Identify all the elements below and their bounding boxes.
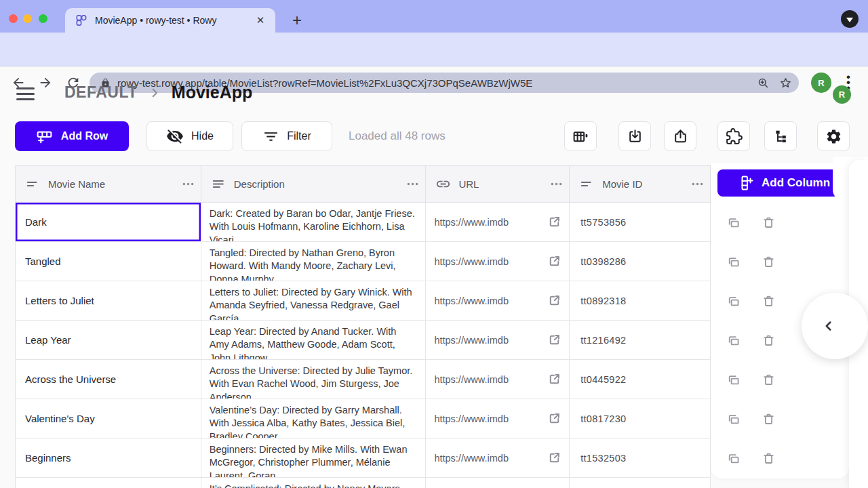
cell-movie-id[interactable]: tt1532503 (570, 439, 711, 478)
external-link-icon[interactable] (547, 371, 562, 387)
cell-movie-id[interactable]: tt0817230 (570, 399, 711, 439)
export-button[interactable] (664, 121, 696, 151)
column-menu-icon[interactable] (181, 177, 195, 191)
add-row-button[interactable]: Add Row (15, 121, 129, 151)
cell-description[interactable]: Tangled: Directed by Nathan Greno, Byron… (201, 242, 427, 281)
cell-format-button[interactable] (564, 121, 597, 151)
new-tab-button[interactable]: + (286, 9, 308, 31)
delete-row-icon[interactable] (761, 451, 776, 466)
import-button[interactable] (618, 121, 651, 151)
add-column-label: Add Column (762, 176, 830, 190)
tab-search-button[interactable] (841, 10, 859, 28)
delete-row-icon[interactable] (761, 215, 776, 230)
filter-icon (262, 128, 279, 145)
cell-url[interactable]: https://www.imdb (426, 399, 570, 439)
long-text-icon (211, 176, 226, 192)
window-minimize-button[interactable] (23, 14, 32, 23)
hide-columns-button[interactable]: Hide (146, 121, 233, 151)
external-link-icon[interactable] (547, 214, 562, 230)
menu-hamburger-icon[interactable] (16, 87, 35, 101)
duplicate-row-icon[interactable] (726, 451, 741, 466)
cell-url[interactable]: https://www.imdb (426, 242, 570, 281)
table-header-row: Movie Name Description URL Movie ID (16, 166, 711, 203)
cell-movie-name[interactable]: Leap Year (16, 321, 201, 360)
cell-description[interactable]: Leap Year: Directed by Anand Tucker. Wit… (201, 321, 427, 360)
tab-close-icon[interactable]: ✕ (254, 14, 267, 26)
window-zoom-button[interactable] (39, 14, 47, 23)
drawer-toggle-button[interactable] (802, 293, 868, 359)
table-row: It’s Complicated: Directed by Nancy Meye… (16, 478, 711, 488)
column-header-movie-name[interactable]: Movie Name (16, 166, 201, 203)
duplicate-row-icon[interactable] (726, 254, 741, 270)
external-link-icon[interactable] (547, 411, 562, 426)
table-row: Letters to Juliet Letters to Juliet: Dir… (16, 281, 711, 321)
cell-description[interactable]: Beginners: Directed by Mike Mills. With … (201, 439, 427, 478)
external-link-icon[interactable] (547, 293, 562, 308)
cell-url[interactable] (426, 478, 570, 488)
cell-description[interactable]: Across the Universe: Directed by Julie T… (201, 360, 427, 399)
cell-movie-name[interactable]: Letters to Juliet (16, 281, 201, 321)
cell-url[interactable]: https://www.imdb (426, 321, 570, 360)
cell-url[interactable]: https://www.imdb (426, 360, 570, 399)
cell-url[interactable]: https://www.imdb (426, 203, 570, 242)
loaded-rows-status: Loaded all 48 rows (349, 121, 446, 151)
cell-movie-id[interactable]: tt1216492 (570, 321, 711, 360)
cell-movie-id[interactable]: tt0398286 (570, 242, 711, 281)
cell-movie-name[interactable]: Dark (16, 203, 201, 242)
column-menu-icon[interactable] (690, 177, 705, 191)
chevron-down-icon (846, 18, 853, 22)
delete-row-icon[interactable] (761, 372, 776, 388)
cell-movie-name[interactable] (16, 478, 201, 488)
table-settings-button[interactable] (817, 121, 850, 151)
duplicate-row-icon[interactable] (726, 215, 741, 230)
delete-row-icon[interactable] (761, 333, 776, 348)
column-menu-icon[interactable] (406, 177, 420, 191)
rowy-logo-icon (75, 14, 88, 27)
short-text-icon (579, 176, 595, 192)
cell-movie-id[interactable]: tt0445922 (570, 360, 711, 399)
forward-icon[interactable] (38, 75, 53, 90)
cell-url[interactable]: https://www.imdb (426, 439, 570, 478)
cell-movie-id[interactable]: tt0892318 (570, 281, 711, 321)
breadcrumb-workspace[interactable]: DEFAULT (64, 83, 138, 102)
column-header-url[interactable]: URL (426, 166, 570, 203)
browser-toolbar: rowy-test.rowy.app/table/MovieList?rowRe… (0, 33, 868, 66)
table-body: Dark Dark: Created by Baran bo Odar, Jan… (16, 203, 711, 488)
browser-profile-avatar[interactable]: R (811, 73, 831, 93)
column-menu-icon[interactable] (549, 177, 564, 191)
bookmark-star-icon[interactable] (779, 77, 792, 89)
extensions-button[interactable] (717, 121, 750, 151)
external-link-icon[interactable] (547, 332, 562, 348)
cell-movie-id[interactable]: tt5753856 (570, 203, 711, 242)
window-close-button[interactable] (9, 14, 18, 23)
cell-description[interactable]: It’s Complicated: Directed by Nancy Meye… (201, 478, 427, 488)
duplicate-row-icon[interactable] (726, 411, 741, 427)
duplicate-row-icon[interactable] (726, 372, 741, 388)
user-avatar[interactable]: R (833, 85, 851, 104)
cell-movie-id[interactable] (570, 478, 711, 488)
filter-button[interactable]: Filter (241, 121, 332, 151)
external-link-icon[interactable] (547, 253, 562, 269)
external-link-icon[interactable] (547, 450, 562, 466)
tree-icon (772, 128, 789, 145)
delete-row-icon[interactable] (761, 254, 776, 270)
cell-movie-name[interactable]: Beginners (16, 439, 201, 478)
cell-movie-name[interactable]: Valentine's Day (16, 399, 201, 439)
column-header-description[interactable]: Description (201, 166, 427, 203)
duplicate-row-icon[interactable] (726, 293, 741, 309)
short-text-icon (25, 176, 41, 192)
cell-description[interactable]: Valentine’s Day: Directed by Garry Marsh… (201, 399, 427, 439)
duplicate-row-icon[interactable] (726, 333, 741, 348)
delete-row-icon[interactable] (761, 293, 776, 309)
zoom-page-icon[interactable] (757, 77, 770, 89)
cell-url[interactable]: https://www.imdb (426, 281, 570, 321)
puzzle-icon (726, 128, 743, 145)
cell-movie-name[interactable]: Across the Universe (16, 360, 201, 399)
webhooks-button[interactable] (764, 121, 797, 151)
cell-description[interactable]: Letters to Juliet: Directed by Gary Wini… (201, 281, 427, 321)
delete-row-icon[interactable] (761, 411, 776, 427)
browser-tab[interactable]: MovieApp • rowy-test • Rowy ✕ (65, 8, 275, 33)
column-header-movie-id[interactable]: Movie ID (570, 166, 711, 203)
cell-movie-name[interactable]: Tangled (16, 242, 201, 281)
cell-description[interactable]: Dark: Created by Baran bo Odar, Jantje F… (201, 203, 427, 242)
